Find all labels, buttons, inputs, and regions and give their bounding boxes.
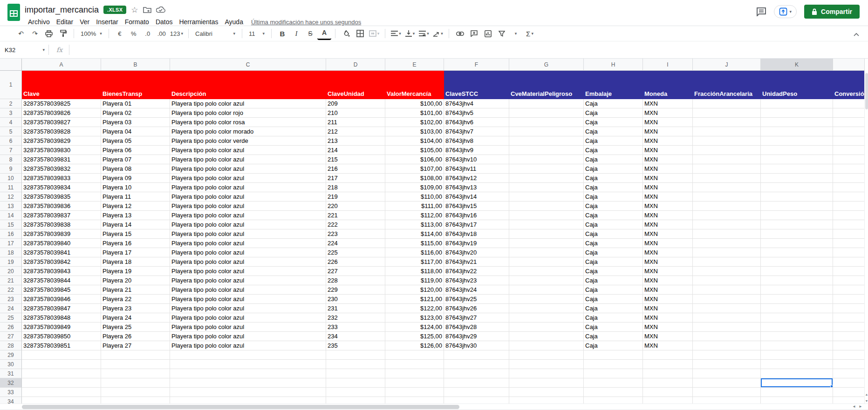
cell[interactable] xyxy=(170,350,326,360)
cell[interactable] xyxy=(509,369,584,378)
menu-insertar[interactable]: Insertar xyxy=(93,17,121,27)
cell[interactable]: Caja xyxy=(584,108,643,118)
cell[interactable] xyxy=(761,323,833,332)
cell[interactable]: $102,00 xyxy=(385,118,444,127)
cell[interactable] xyxy=(761,202,833,211)
cell[interactable]: Caja xyxy=(584,229,643,239)
cell[interactable]: Caja xyxy=(584,257,643,267)
header-cell-G[interactable]: CveMaterialPeligroso xyxy=(509,71,584,99)
fill-color-button[interactable] xyxy=(339,28,353,39)
row-header-22[interactable]: 22 xyxy=(0,285,22,295)
cell[interactable]: Playera tipo polo color azul xyxy=(170,257,326,267)
cell[interactable]: MXN xyxy=(643,127,693,136)
redo-button[interactable]: ↷ xyxy=(28,28,42,39)
cell[interactable]: Playera tipo polo color morado xyxy=(170,127,326,136)
header-cell-H[interactable]: Embalaje xyxy=(584,71,643,99)
cell[interactable]: MXN xyxy=(643,174,693,183)
cell[interactable]: 32873578039825 xyxy=(22,99,101,108)
column-header-J[interactable]: J xyxy=(693,59,761,71)
cell[interactable]: 213 xyxy=(326,136,385,146)
cell[interactable] xyxy=(693,313,761,323)
row-header-30[interactable]: 30 xyxy=(0,360,22,369)
row-header-32[interactable]: 32 xyxy=(0,378,22,388)
cell[interactable] xyxy=(761,220,833,229)
cell[interactable] xyxy=(833,136,865,146)
row-header-9[interactable]: 9 xyxy=(0,164,22,174)
row-header-15[interactable]: 15 xyxy=(0,220,22,229)
selected-cell-K32[interactable] xyxy=(761,378,833,388)
cell[interactable]: Caja xyxy=(584,285,643,295)
cell[interactable]: 216 xyxy=(326,164,385,174)
cell[interactable]: 87643jhv25 xyxy=(444,295,509,304)
cell[interactable] xyxy=(833,127,865,136)
cell[interactable]: 87643jhv23 xyxy=(444,276,509,285)
cell[interactable] xyxy=(693,276,761,285)
more-formats-button[interactable]: 123▾ xyxy=(169,28,185,39)
cell[interactable]: Playera tipo polo color azul xyxy=(170,313,326,323)
cell[interactable]: 215 xyxy=(326,155,385,164)
cell[interactable]: Playera 05 xyxy=(101,136,170,146)
cell[interactable] xyxy=(833,99,865,108)
header-cell-A[interactable]: Clave xyxy=(22,71,101,99)
cell[interactable]: 87643jhv7 xyxy=(444,127,509,136)
cell[interactable]: 211 xyxy=(326,118,385,127)
cell[interactable]: $115,00 xyxy=(385,239,444,248)
cell[interactable]: 87643jhv24 xyxy=(444,285,509,295)
cell[interactable]: 32873578039830 xyxy=(22,146,101,155)
share-button[interactable]: Compartir xyxy=(804,5,860,19)
cell[interactable]: Playera 23 xyxy=(101,304,170,313)
scroll-down-icon[interactable]: ▼ xyxy=(865,398,868,403)
cell[interactable]: 87643jhv20 xyxy=(444,248,509,257)
cell[interactable]: MXN xyxy=(643,202,693,211)
column-header-cut[interactable] xyxy=(833,59,865,71)
row-header-10[interactable]: 10 xyxy=(0,174,22,183)
row-header-2[interactable]: 2 xyxy=(0,99,22,108)
cell[interactable]: Playera 20 xyxy=(101,276,170,285)
cell[interactable] xyxy=(22,369,101,378)
horizontal-scrollbar-thumb[interactable] xyxy=(22,405,459,409)
row-header-31[interactable]: 31 xyxy=(0,369,22,378)
cell[interactable]: 32873578039826 xyxy=(22,108,101,118)
column-header-B[interactable]: B xyxy=(101,59,170,71)
cell[interactable] xyxy=(693,192,761,202)
zoom-select[interactable]: 100%▾ xyxy=(78,30,105,37)
cell[interactable]: Playera tipo polo color azul xyxy=(170,304,326,313)
cell[interactable] xyxy=(693,388,761,397)
row-header-7[interactable]: 7 xyxy=(0,146,22,155)
cell[interactable] xyxy=(761,136,833,146)
cell[interactable]: $103,00 xyxy=(385,127,444,136)
cell[interactable] xyxy=(101,369,170,378)
cell[interactable] xyxy=(833,276,865,285)
cell[interactable]: 32873578039848 xyxy=(22,313,101,323)
cell[interactable]: 32873578039839 xyxy=(22,229,101,239)
cell[interactable]: MXN xyxy=(643,155,693,164)
menu-ayuda[interactable]: Ayuda xyxy=(221,17,246,27)
cell[interactable] xyxy=(761,239,833,248)
cell[interactable] xyxy=(584,388,643,397)
cell[interactable]: MXN xyxy=(643,211,693,220)
cell[interactable]: Playera 18 xyxy=(101,257,170,267)
cell[interactable]: 226 xyxy=(326,257,385,267)
cell[interactable]: Playera tipo polo color azul xyxy=(170,220,326,229)
cell[interactable] xyxy=(643,369,693,378)
column-header-A[interactable]: A xyxy=(22,59,101,71)
cell[interactable]: Caja xyxy=(584,239,643,248)
cell[interactable]: MXN xyxy=(643,183,693,192)
cell[interactable] xyxy=(326,360,385,369)
cell[interactable]: Playera 04 xyxy=(101,127,170,136)
cell[interactable] xyxy=(509,378,584,388)
strikethrough-button[interactable]: S xyxy=(303,28,317,39)
cell[interactable]: $113,00 xyxy=(385,220,444,229)
cell[interactable]: Caja xyxy=(584,332,643,341)
cell[interactable]: Playera 25 xyxy=(101,323,170,332)
cell[interactable] xyxy=(22,350,101,360)
header-cell-C[interactable]: Descripción xyxy=(170,71,326,99)
cell[interactable]: Playera 15 xyxy=(101,229,170,239)
row-header-13[interactable]: 13 xyxy=(0,202,22,211)
cell[interactable]: 87643jhv21 xyxy=(444,257,509,267)
cell[interactable] xyxy=(833,295,865,304)
cell[interactable]: Playera tipo polo color azul xyxy=(170,146,326,155)
cell[interactable]: Playera 17 xyxy=(101,248,170,257)
cell[interactable] xyxy=(693,323,761,332)
cell[interactable]: Playera tipo polo color azul xyxy=(170,211,326,220)
